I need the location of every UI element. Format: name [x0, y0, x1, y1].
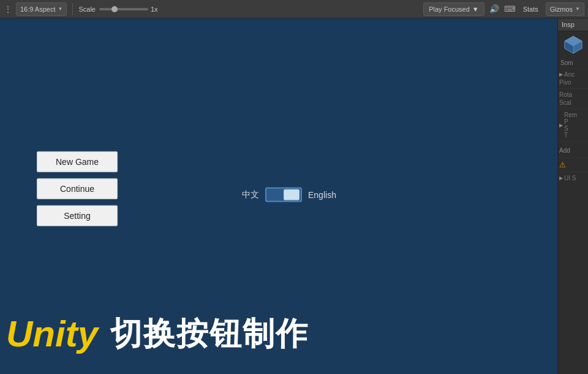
gizmos-dropdown[interactable]: Gizmos ▼ — [546, 2, 584, 16]
scal-row: Scal — [559, 99, 587, 106]
scale-value: 1x — [151, 6, 158, 13]
gizmos-arrow: ▼ — [575, 6, 580, 12]
sound-icon[interactable]: 🔊 — [489, 4, 499, 13]
inspector-section-4: ▶ UI S — [558, 172, 588, 184]
cube-3d-icon — [562, 34, 584, 56]
play-focused-button[interactable]: Play Focused ▼ — [423, 2, 484, 16]
more-icon-left[interactable]: ⋮ — [4, 4, 12, 14]
gizmos-label: Gizmos — [550, 6, 573, 13]
unity-logo: Unity — [6, 316, 98, 353]
menu-container: New Game Continue Setting — [37, 151, 118, 226]
inspector-some: Som — [558, 58, 588, 68]
play-focused-label: Play Focused — [429, 6, 470, 13]
inspector-section-2: Rota Scal — [558, 88, 588, 109]
play-focused-arrow: ▼ — [472, 6, 479, 13]
bottom-title-area: Unity 切换按钮制作 — [6, 313, 309, 356]
english-label: English — [308, 190, 336, 200]
pivo-row: Pivo — [559, 79, 587, 86]
right-panel: Insp Som ▶ Anc Pivo Rota — [557, 18, 588, 374]
scale-control[interactable]: 1x — [99, 6, 158, 13]
aspect-arrow: ▼ — [58, 6, 63, 12]
continue-button[interactable]: Continue — [37, 178, 118, 199]
inspector-section-3: ▶ Rem P S T — [558, 109, 588, 141]
p-row: P — [564, 118, 577, 125]
warning-row: ⚠ — [558, 158, 588, 172]
inspector-label: Insp — [562, 21, 575, 28]
cube-icon-area — [558, 31, 588, 58]
language-toggle-group: 中文 English — [242, 188, 336, 202]
rota-row: Rota — [559, 91, 587, 98]
stats-button[interactable]: Stats — [521, 4, 541, 14]
chinese-label: 中文 — [242, 189, 259, 200]
add-label: Add — [559, 147, 570, 154]
ui-s-label: UI S — [564, 175, 576, 181]
inspector-section-1: ▶ Anc Pivo — [558, 68, 588, 88]
separator-1 — [72, 3, 73, 15]
scale-slider-thumb[interactable] — [111, 6, 118, 12]
setting-button[interactable]: Setting — [37, 205, 118, 226]
aspect-label: 16:9 Aspect — [20, 6, 56, 13]
new-game-button[interactable]: New Game — [37, 151, 118, 172]
anc-row: ▶ Anc — [559, 71, 587, 78]
game-view: New Game Continue Setting 中文 English Uni… — [0, 18, 557, 374]
chinese-subtitle: 切换按钮制作 — [110, 313, 309, 356]
warning-icon: ⚠ — [559, 161, 566, 169]
language-toggle[interactable] — [265, 188, 302, 202]
inspector-header: Insp — [558, 18, 588, 31]
toggle-knob — [284, 189, 300, 200]
main-area: New Game Continue Setting 中文 English Uni… — [0, 18, 588, 374]
grid-icon[interactable]: ⌨ — [504, 4, 516, 13]
rem-row: Rem — [564, 112, 577, 118]
s-row: S — [564, 125, 577, 132]
toolbar-right: Play Focused ▼ 🔊 ⌨ Stats Gizmos ▼ — [423, 2, 584, 16]
scale-slider-track[interactable] — [99, 8, 148, 10]
scale-label: Scale — [78, 6, 96, 13]
aspect-dropdown[interactable]: 16:9 Aspect ▼ — [16, 2, 67, 16]
t-row: T — [564, 132, 577, 139]
add-row[interactable]: Add — [558, 141, 588, 158]
toolbar: ⋮ 16:9 Aspect ▼ Scale 1x Play Focused ▼ … — [0, 0, 588, 18]
